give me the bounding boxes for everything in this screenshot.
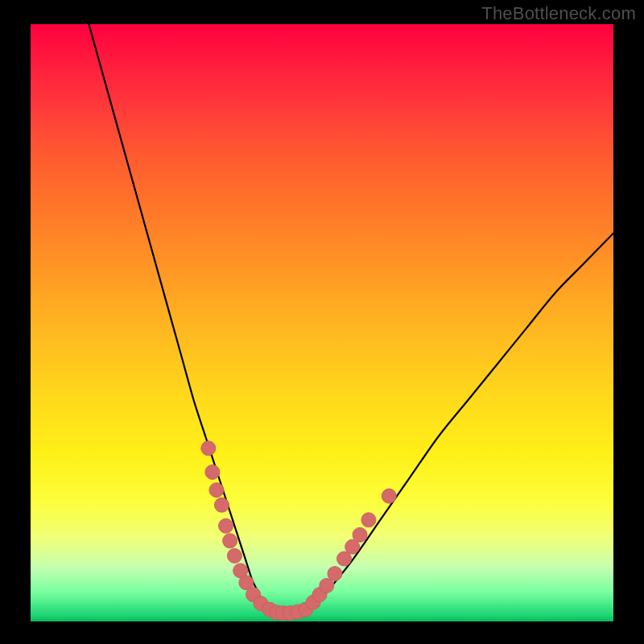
curve-marker [361,513,376,527]
curve-marker [328,567,342,581]
curve-marker [209,483,224,497]
curve-marker [353,527,367,542]
curve-marker [205,465,220,480]
chart-svg [31,24,613,621]
curve-marker [223,534,237,548]
chart-frame: TheBottleneck.com [0,0,644,644]
curve-marker [214,497,229,512]
curve-marker [219,518,233,533]
curve-marker [227,548,242,563]
curve-marker [382,489,396,503]
curve-marker [201,441,216,456]
bottleneck-curve [89,24,613,615]
plot-area [31,24,613,621]
watermark-label: TheBottleneck.com [481,3,636,24]
curve-markers [201,441,396,621]
